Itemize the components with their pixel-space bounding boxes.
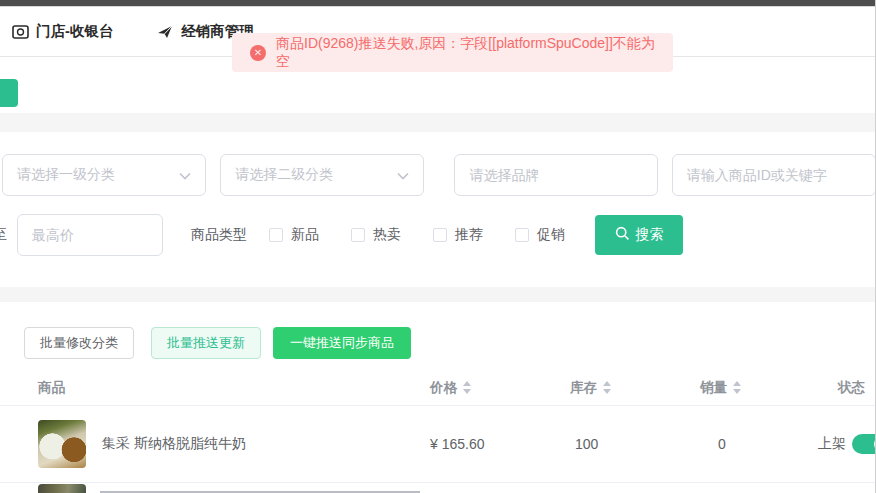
checkbox-label: 推荐 xyxy=(455,226,483,244)
sort-ascending-icon[interactable] xyxy=(603,381,611,386)
error-circle-icon: ✕ xyxy=(250,45,266,61)
checkbox-label: 新品 xyxy=(291,226,319,244)
select-placeholder: 请选择一级分类 xyxy=(17,166,115,184)
product-type-label: 商品类型 xyxy=(191,226,247,244)
pos-terminal-icon xyxy=(12,25,29,39)
sales-cell: 0 xyxy=(718,406,726,482)
header-label: 状态 xyxy=(838,379,865,397)
error-toast: ✕ 商品ID(9268)推送失败,原因：字段[[platformSpuCode]… xyxy=(232,33,673,72)
header-stock: 库存 xyxy=(570,370,611,405)
header-label: 商品 xyxy=(38,379,65,397)
header-sales: 销量 xyxy=(700,370,741,405)
section-divider xyxy=(0,113,876,132)
sort-carets-icon xyxy=(733,381,741,394)
product-image xyxy=(38,420,86,468)
sort-ascending-icon[interactable] xyxy=(733,381,741,386)
price-cell: ¥ 165.60 xyxy=(430,406,485,482)
sort-ascending-icon[interactable] xyxy=(463,381,471,386)
product-name: 集采 斯纳格脱脂纯牛奶 xyxy=(102,435,246,453)
checkbox-promotion[interactable]: 促销 xyxy=(515,226,565,244)
browser-chrome-strip xyxy=(0,0,876,7)
section-divider xyxy=(0,287,876,302)
header-label: 价格 xyxy=(430,379,457,397)
header-label: 库存 xyxy=(570,379,597,397)
checkbox-icon xyxy=(351,228,365,242)
chevron-down-icon xyxy=(179,167,191,183)
header-product: 商品 xyxy=(38,370,65,405)
one-key-push-sync-button[interactable]: 一键推送同步商品 xyxy=(273,327,411,359)
error-toast-message: 商品ID(9268)推送失败,原因：字段[[platformSpuCode]]不… xyxy=(276,35,655,71)
sort-descending-icon[interactable] xyxy=(603,389,611,394)
checkbox-hot-sale[interactable]: 热卖 xyxy=(351,226,401,244)
stock-cell: 100 xyxy=(575,406,598,482)
sort-descending-icon[interactable] xyxy=(463,389,471,394)
send-plane-icon xyxy=(157,25,174,39)
header-price: 价格 xyxy=(430,370,471,405)
table-header-row: 商品 价格 库存 销量 状态 xyxy=(0,370,876,406)
product-image xyxy=(38,484,86,493)
clipped-left-edge-button[interactable] xyxy=(0,79,18,107)
checkbox-recommend[interactable]: 推荐 xyxy=(433,226,483,244)
batch-actions-row: 批量修改分类 批量推送更新 一键推送同步商品 xyxy=(24,327,876,359)
checkbox-icon xyxy=(269,228,283,242)
header-status: 状态 xyxy=(838,370,865,405)
checkbox-icon xyxy=(515,228,529,242)
search-icon xyxy=(615,226,630,244)
status-text: 上架 xyxy=(818,406,846,482)
keyword-input[interactable] xyxy=(687,167,861,183)
table-row-partial xyxy=(0,483,876,493)
max-price-field[interactable] xyxy=(17,214,163,256)
chevron-down-icon xyxy=(397,167,409,183)
tab-label: 门店-收银台 xyxy=(36,22,113,41)
price-range-to-label: 至 xyxy=(0,226,9,244)
batch-push-update-button[interactable]: 批量推送更新 xyxy=(151,327,261,359)
search-button-label: 搜索 xyxy=(636,226,664,244)
checkbox-icon xyxy=(433,228,447,242)
brand-select[interactable] xyxy=(454,154,657,196)
sort-descending-icon[interactable] xyxy=(733,389,741,394)
category-level1-select[interactable]: 请选择一级分类 xyxy=(2,154,206,196)
sort-carets-icon xyxy=(463,381,471,394)
select-placeholder: 请选择二级分类 xyxy=(235,166,333,184)
brand-input[interactable] xyxy=(469,167,642,183)
max-price-input[interactable] xyxy=(32,227,148,243)
filter-panel: 请选择一级分类 请选择二级分类 至 商品类型 新品 xyxy=(0,132,876,287)
header-label: 销量 xyxy=(700,379,727,397)
batch-edit-category-button[interactable]: 批量修改分类 xyxy=(24,327,134,359)
keyword-field[interactable] xyxy=(672,154,876,196)
category-level2-select[interactable]: 请选择二级分类 xyxy=(220,154,424,196)
product-cell: 集采 斯纳格脱脂纯牛奶 xyxy=(38,420,246,468)
checkbox-label: 促销 xyxy=(537,226,565,244)
search-button[interactable]: 搜索 xyxy=(595,215,683,255)
tab-store-cashier[interactable]: 门店-收银台 xyxy=(12,22,113,41)
status-toggle[interactable] xyxy=(852,434,876,454)
table-row: 集采 斯纳格脱脂纯牛奶 ¥ 165.60 100 0 上架 xyxy=(0,406,876,483)
sort-carets-icon xyxy=(603,381,611,394)
checkbox-new-product[interactable]: 新品 xyxy=(269,226,319,244)
product-table-panel: 批量修改分类 批量推送更新 一键推送同步商品 商品 价格 库存 销量 xyxy=(0,302,876,493)
checkbox-label: 热卖 xyxy=(373,226,401,244)
